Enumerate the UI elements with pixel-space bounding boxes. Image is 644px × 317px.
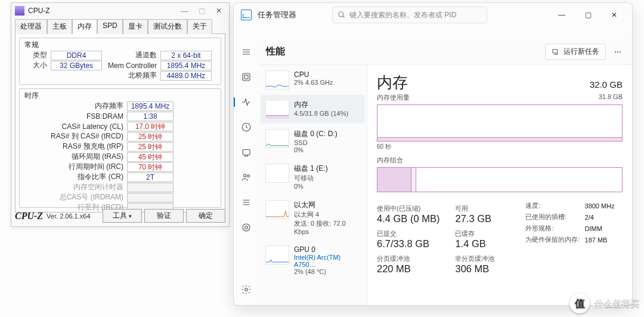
type-label: 类型 <box>23 50 47 60</box>
memctrl-value: 1895.4 MHz <box>160 61 212 70</box>
cpuz-version: Ver. 2.06.1.x64 <box>47 213 90 220</box>
cas-value: 17.0 时钟 <box>127 122 174 131</box>
watermark-icon: 值 <box>569 293 590 313</box>
hw-v: 187 MB <box>585 235 618 245</box>
nav-processes-icon[interactable] <box>238 69 255 85</box>
paged-h: 分页缓冲池 <box>377 254 439 263</box>
tm-detail-panel: 内存 32.0 GB 内存使用量 31.8 GB 60 秒 内存组合 使用中(已… <box>367 65 632 305</box>
inuse-h: 使用中(已压缩) <box>377 204 439 213</box>
tm-titlebar[interactable]: 任务管理器 键入要搜索的名称、发布者或 PID — ▢ ✕ <box>234 3 632 27</box>
svg-point-14 <box>245 226 248 229</box>
tab-bench[interactable]: 测试分数 <box>148 19 187 34</box>
nav-performance-icon[interactable] <box>238 94 255 110</box>
nav-startup-icon[interactable] <box>238 144 255 161</box>
trcd-value: 25 时钟 <box>127 132 174 141</box>
cpuz-footer: CPU-Z Ver. 2.06.1.x64 工具 验证 确定 <box>15 209 225 223</box>
more-button[interactable]: ⋯ <box>611 45 625 59</box>
maximize-button[interactable]: ▢ <box>199 7 205 16</box>
axis-label: 60 秒 <box>377 143 623 151</box>
commit-h: 已提交 <box>377 229 439 238</box>
cpuz-app-icon <box>15 6 24 16</box>
svg-point-15 <box>243 224 250 231</box>
tm-main: CPU2% 4.63 GHz 内存4.5/31.8 GB (14%) 磁盘 0 … <box>259 65 632 305</box>
totcas-label: 总CAS号 (tRDRAM) <box>48 192 123 202</box>
gpu-name: GPU 0 <box>294 245 360 254</box>
list-item-ethernet[interactable]: 以太网以太网 4发送: 0 接收: 72.0 Kbps <box>261 195 365 240</box>
nav-history-icon[interactable] <box>238 119 255 136</box>
nav-hamburger-icon[interactable] <box>238 44 255 60</box>
thumb-cpu <box>265 70 289 90</box>
run-icon <box>552 48 560 56</box>
thumb-disk0 <box>265 129 289 148</box>
tab-mainboard[interactable]: 主板 <box>47 19 72 34</box>
cpuz-logo: CPU-Z <box>15 211 43 221</box>
trdram-value <box>127 183 174 192</box>
avail-h: 可用 <box>455 204 509 213</box>
cpuz-title-text: CPU-Z <box>28 7 50 15</box>
tab-about[interactable]: 关于 <box>187 19 212 34</box>
eth-name: 以太网 <box>294 200 360 210</box>
nonpaged-v: 306 MB <box>455 263 509 275</box>
mem-sub: 4.5/31.8 GB (14%) <box>294 110 348 117</box>
list-item-disk1[interactable]: 磁盘 1 (E:)可移动0% <box>261 159 365 195</box>
tm-close-button[interactable]: ✕ <box>601 5 627 24</box>
taskmanager-window: 任务管理器 键入要搜索的名称、发布者或 PID — ▢ ✕ 性能 运行新任务 ⋯ <box>233 2 633 306</box>
run-new-task-button[interactable]: 运行新任务 <box>545 44 606 60</box>
tm-maximize-button[interactable]: ▢ <box>575 5 601 24</box>
tab-memory[interactable]: 内存 <box>72 19 97 34</box>
tools-button[interactable]: 工具 <box>103 209 142 223</box>
tab-graphics[interactable]: 显卡 <box>123 19 148 34</box>
tm-minimize-button[interactable]: — <box>549 5 575 24</box>
tab-spd[interactable]: SPD <box>97 19 123 34</box>
gpu-sub: Intel(R) Arc(TM) A750… <box>294 254 360 268</box>
svg-point-16 <box>245 288 248 291</box>
tab-cpu[interactable]: 处理器 <box>15 19 47 34</box>
close-button[interactable]: ✕ <box>216 7 222 16</box>
usage-label: 内存使用量 <box>377 93 410 102</box>
cr-label: 指令比率 (CR) <box>48 172 123 182</box>
tm-page-title: 性能 <box>266 45 285 58</box>
trp-label: RAS# 预充电 (tRP) <box>48 141 123 152</box>
avail-v: 27.3 GB <box>455 213 509 224</box>
memctrl-label: Mem Controller <box>107 61 157 70</box>
thumb-disk1 <box>265 164 289 183</box>
timings-legend: 时序 <box>22 91 41 101</box>
list-item-gpu[interactable]: GPU 0Intel(R) Arc(TM) A750…2% (48 °C) <box>261 241 365 280</box>
size-value: 32 GBytes <box>51 61 102 70</box>
dramfreq-label: 内存频率 <box>48 101 123 111</box>
nav-settings-icon[interactable] <box>238 281 255 298</box>
thumb-ethernet <box>265 200 289 219</box>
nonpaged-h: 非分页缓冲池 <box>455 254 509 263</box>
verify-button[interactable]: 验证 <box>144 209 184 223</box>
cas-label: CAS# Latency (CL) <box>48 122 123 131</box>
nav-users-icon[interactable] <box>238 169 255 186</box>
trc-value: 70 时钟 <box>127 162 174 172</box>
list-item-memory[interactable]: 内存4.5/31.8 GB (14%) <box>261 95 365 124</box>
cpu-name: CPU <box>294 70 333 79</box>
trp-value: 25 时钟 <box>127 142 174 152</box>
general-legend: 常规 <box>22 40 41 50</box>
tm-search-input[interactable]: 键入要搜索的名称、发布者或 PID <box>332 7 487 23</box>
usage-right: 31.8 GB <box>599 93 623 102</box>
gpu-sub2: 2% (48 °C) <box>294 268 360 275</box>
list-item-cpu[interactable]: CPU2% 4.63 GHz <box>261 66 365 94</box>
tm-left-nav <box>234 39 259 305</box>
composition-label: 内存组合 <box>377 156 623 165</box>
cached-h: 已缓存 <box>455 229 509 238</box>
svg-rect-17 <box>553 49 558 53</box>
minimize-button[interactable]: — <box>181 7 188 16</box>
detail-title: 内存 <box>377 72 408 93</box>
nav-services-icon[interactable] <box>238 219 255 236</box>
ok-button[interactable]: 确定 <box>186 209 225 223</box>
list-item-disk0[interactable]: 磁盘 0 (C: D:)SSD0% <box>261 124 365 158</box>
memory-info-table: 速度:3800 MHz 已使用的插槽:2/4 外形规格:DIMM 为硬件保留的内… <box>524 199 619 246</box>
run-new-task-label: 运行新任务 <box>564 47 599 57</box>
tras-value: 45 时钟 <box>127 152 174 162</box>
nav-details-icon[interactable] <box>238 194 255 211</box>
disk1-sub: 可移动 <box>294 174 328 183</box>
cr-value: 2T <box>127 173 174 182</box>
cpuz-titlebar[interactable]: CPU-Z — ▢ ✕ <box>11 3 229 19</box>
thumb-gpu <box>265 245 289 264</box>
memory-stats: 使用中(已压缩) 4.4 GB (0 MB) 已提交 6.7/33.8 GB 分… <box>377 199 623 275</box>
hw-h: 为硬件保留的内存: <box>525 235 583 245</box>
